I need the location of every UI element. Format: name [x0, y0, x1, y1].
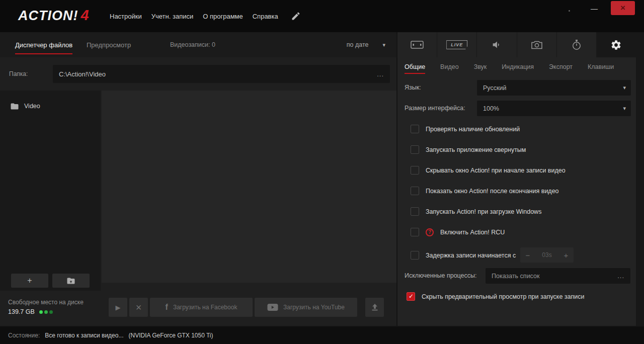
upload-facebook-label: Загрузить на Facebook — [173, 304, 237, 311]
checkbox-row-hide-on-record[interactable]: Скрывать окно Action! при начале записи … — [411, 166, 566, 175]
menu-about[interactable]: О программе — [203, 13, 243, 20]
tab-screenshots[interactable] — [517, 32, 557, 57]
checkbox-checked-icon[interactable] — [407, 292, 415, 301]
free-space-label: Свободное место на диске — [8, 299, 84, 306]
checkbox-label: Показать окно Action! после окончания ви… — [426, 188, 559, 195]
status-label: Состояние: — [8, 332, 40, 339]
checkbox-icon[interactable] — [411, 166, 419, 175]
tab-live-streaming[interactable]: LIVE — [437, 32, 477, 57]
excluded-processes-field[interactable]: Показать список ... — [486, 268, 630, 284]
pen-icon[interactable] — [291, 11, 301, 23]
disk-health-dot — [39, 310, 43, 314]
speaker-icon — [491, 40, 502, 50]
stepper-plus-button[interactable]: + — [558, 247, 574, 263]
close-button[interactable]: × — [611, 1, 635, 15]
tab-video[interactable]: Видео — [440, 57, 459, 76]
folder-label: Папка: — [9, 70, 28, 77]
gear-icon — [610, 39, 622, 51]
excluded-browse-button[interactable]: ... — [617, 272, 624, 280]
checkbox-row-start-minimized[interactable]: Запускать приложение свернутым — [411, 145, 526, 154]
language-label: Язык: — [405, 84, 421, 91]
checkbox-row-enable-rcu[interactable]: ? Включить Action! RCU — [411, 228, 505, 236]
folder-path-field[interactable]: C:\Action!\Video ... — [53, 65, 390, 83]
settings-scrollbar[interactable] — [636, 32, 644, 326]
tab-audio[interactable] — [477, 32, 517, 57]
action4-window: ACTION! 4 Настройки Учетн. записи О прог… — [0, 0, 644, 344]
checkbox-label: Скрывать окно Action! при начале записи … — [426, 167, 566, 174]
tab-sound[interactable]: Звук — [474, 57, 487, 76]
help-icon[interactable]: ? — [426, 228, 434, 236]
disk-health-dot — [44, 310, 48, 314]
checkbox-icon[interactable] — [411, 228, 419, 236]
settings-tabbar: Общие Видео Звук Индикация Экспорт Клави… — [405, 57, 614, 76]
delete-button[interactable]: × — [129, 298, 148, 317]
tab-indication[interactable]: Индикация — [502, 57, 534, 76]
disk-health-indicator — [39, 310, 53, 314]
mode-iconbar: LIVE — [397, 32, 636, 57]
tab-file-manager[interactable]: Диспетчер файлов — [15, 32, 72, 57]
browse-button[interactable]: ... — [377, 70, 384, 78]
stepper-value: 03s — [535, 247, 558, 263]
language-select[interactable]: Русский ▾ — [477, 80, 631, 96]
stepper-minus-button[interactable]: − — [520, 247, 535, 263]
tab-preview[interactable]: Предпросмотр — [87, 32, 131, 57]
sort-by-dropdown[interactable]: по дате ▾ — [347, 32, 385, 57]
checkbox-icon[interactable] — [411, 207, 419, 216]
file-manager-tabbar: Диспетчер файлов Предпросмотр Видеозапис… — [0, 32, 396, 57]
status-message: Все готово к записи видео... — [45, 332, 123, 339]
live-icon: LIVE — [446, 40, 467, 49]
excluded-processes-value: Показать список — [492, 273, 617, 280]
tab-video-capture[interactable] — [397, 32, 437, 57]
ui-size-select[interactable]: 100% ▾ — [477, 101, 631, 116]
minimize-button[interactable]: — — [588, 3, 601, 14]
checkbox-row-updates[interactable]: Проверять наличие обновлений — [411, 125, 520, 133]
main-menu: Настройки Учетн. записи О программе Спра… — [110, 0, 278, 32]
checkbox-row-hide-preview[interactable]: Скрыть предварительный просмотр при запу… — [407, 292, 585, 301]
checkbox-row-show-after-record[interactable]: Показать окно Action! после окончания ви… — [411, 187, 559, 195]
checkbox-icon[interactable] — [411, 187, 419, 195]
upload-youtube-button[interactable]: Загрузить на YouTube — [255, 298, 357, 317]
checkbox-icon[interactable] — [411, 251, 419, 260]
file-list-area[interactable] — [102, 91, 396, 283]
tab-export[interactable]: Экспорт — [549, 57, 573, 76]
logo-text: ACTION! — [18, 8, 78, 24]
youtube-icon — [267, 303, 278, 311]
menu-help[interactable]: Справка — [253, 13, 278, 20]
tab-settings[interactable] — [597, 32, 636, 57]
export-button[interactable] — [365, 298, 384, 317]
recordings-count: Видеозаписи: 0 — [170, 32, 215, 57]
camera-icon — [531, 40, 543, 50]
settings-panel: LIVE Общие Видео Звук Индикация Экспорт … — [397, 32, 636, 326]
upload-facebook-button[interactable]: f Загрузить на Facebook — [150, 298, 253, 317]
delay-stepper: − 03s + — [520, 247, 574, 263]
checkbox-label: Запускать приложение свернутым — [426, 146, 526, 153]
menu-settings[interactable]: Настройки — [110, 13, 142, 20]
checkbox-label: Задержка записи начинается с — [426, 252, 516, 259]
upload-youtube-label: Загрузить на YouTube — [283, 304, 345, 311]
play-button[interactable]: ▶ — [109, 298, 127, 317]
chevron-down-icon: ▾ — [623, 105, 626, 112]
sidebar-item-video[interactable]: Video — [0, 99, 101, 114]
folders-sidebar: Video + — [0, 91, 101, 291]
import-folder-button[interactable] — [52, 274, 90, 288]
folder-import-icon — [66, 277, 75, 285]
tab-benchmark[interactable] — [557, 32, 597, 57]
timer-icon — [572, 39, 582, 50]
ui-size-value: 100% — [483, 105, 623, 112]
excluded-processes-label: Исключенные процессы: — [405, 272, 477, 279]
checkbox-label: Скрыть предварительный просмотр при запу… — [422, 293, 585, 300]
checkbox-row-run-on-startup[interactable]: Запускать Action! при загрузке Windows — [411, 207, 541, 216]
add-folder-button[interactable]: + — [11, 274, 48, 288]
chevron-down-icon: ▾ — [382, 42, 385, 48]
sidebar-item-label: Video — [24, 103, 40, 110]
film-icon — [411, 40, 424, 50]
folder-path-value: C:\Action!\Video — [59, 70, 377, 78]
checkbox-icon[interactable] — [411, 145, 419, 154]
checkbox-row-record-delay[interactable]: Задержка записи начинается с — [411, 251, 516, 260]
tab-general[interactable]: Общие — [405, 57, 425, 76]
checkbox-label: Проверять наличие обновлений — [426, 126, 520, 133]
tab-hotkeys[interactable]: Клавиши — [588, 57, 614, 76]
facebook-icon: f — [166, 303, 168, 312]
checkbox-icon[interactable] — [411, 125, 419, 133]
menu-accounts[interactable]: Учетн. записи — [151, 13, 193, 20]
